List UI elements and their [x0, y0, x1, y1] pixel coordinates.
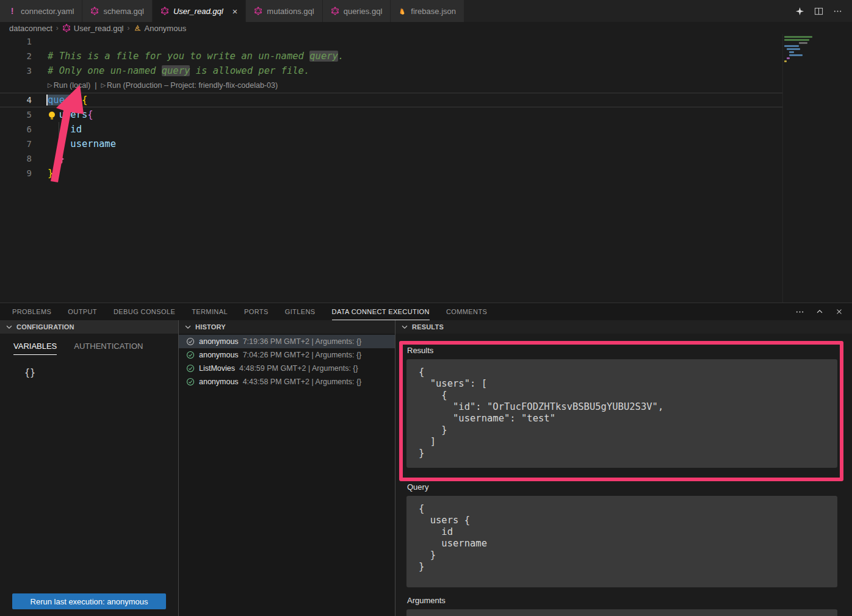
tab-label: connector.yaml	[21, 7, 74, 16]
tab-label: firebase.json	[411, 7, 456, 16]
breadcrumb-item-anonymous[interactable]: Anonymous	[134, 24, 187, 33]
panel-tab-data-connect-execution[interactable]: DATA CONNECT EXECUTION	[332, 303, 430, 320]
results-header[interactable]: RESULTS	[395, 320, 852, 334]
code-token: # This is a file for you to write an un-…	[48, 51, 309, 62]
close-icon[interactable]	[835, 307, 843, 316]
breadcrumb: dataconnect›User_read.gql›Anonymous	[0, 22, 852, 34]
run-icon: ▷	[48, 82, 52, 88]
code-token: users	[59, 109, 88, 120]
selected-word: query	[48, 95, 76, 106]
editor-line-3[interactable]: 3# Only one un-named query is allowed pe…	[0, 63, 783, 78]
chevron-down-icon	[400, 323, 409, 331]
code-token: {	[82, 95, 87, 106]
editor-tab-connector-yaml[interactable]: !connector.yaml	[0, 0, 82, 22]
panel-tab-ports[interactable]: PORTS	[244, 303, 269, 320]
history-item[interactable]: anonymous7:19:36 PM GMT+2 | Arguments: {…	[179, 335, 395, 348]
panel-tab-debug-console[interactable]: DEBUG CONSOLE	[114, 303, 175, 320]
line-number: 3	[0, 63, 32, 78]
history-item[interactable]: ListMovies4:48:59 PM GMT+2 | Arguments: …	[179, 362, 395, 375]
sparkle-icon[interactable]	[795, 7, 804, 16]
code-text: # Only one un-named query is allowed per…	[48, 63, 309, 78]
results-body: Results{ "users": [ { "id": "OrTucFODZHT…	[395, 334, 852, 616]
arguments-label: Arguments	[407, 596, 446, 605]
more-icon[interactable]	[795, 307, 804, 317]
variables-value[interactable]: {}	[24, 367, 178, 378]
history-item[interactable]: anonymous4:43:58 PM GMT+2 | Arguments: {…	[179, 375, 395, 389]
more-actions-icon[interactable]	[833, 7, 842, 16]
tab-label: queries.gql	[344, 7, 383, 16]
code-lens: ▷Run (local)|▷Run (Production – Project:…	[48, 78, 278, 93]
execution-name: ListMovies	[199, 364, 235, 373]
indent-guide	[59, 122, 59, 166]
editor-line-6[interactable]: 6 id	[0, 122, 783, 137]
code-token: }	[48, 168, 53, 179]
check-circle-icon	[186, 364, 195, 373]
query-code-box[interactable]: { users { id username } }	[406, 496, 837, 587]
breadcrumb-item-dataconnect[interactable]: dataconnect	[9, 24, 52, 33]
code-token: .	[338, 51, 344, 62]
code-token	[76, 95, 82, 106]
editor-line-2[interactable]: 2# This is a file for you to write an un…	[0, 49, 783, 63]
editor-tab-bar: !connector.yamlschema.gqlUser_read.gql×m…	[0, 0, 852, 22]
editor-tab-mutations-gql[interactable]: mutations.gql	[246, 0, 322, 22]
execution-meta: 4:43:58 PM GMT+2 | Arguments: {}	[243, 378, 362, 386]
panel-tab-gitlens[interactable]: GITLENS	[285, 303, 316, 320]
close-tab-icon[interactable]: ×	[233, 7, 238, 16]
line-number: 7	[0, 137, 32, 151]
results-code-box[interactable]: { "users": [ { "id": "OrTucFODZHTksvBSBU…	[406, 359, 837, 468]
config-tab-authentication[interactable]: AUTHENTICATION	[74, 342, 143, 355]
minimap-line	[787, 48, 800, 50]
split-editor-icon[interactable]	[814, 7, 823, 16]
code-lens-separator: |	[95, 81, 96, 90]
code-token: }	[59, 153, 65, 164]
bottom-panel: PROBLEMSOUTPUTDEBUG CONSOLETERMINALPORTS…	[0, 303, 852, 616]
query-label: Query	[407, 482, 428, 492]
breadcrumb-item-user-read-gql[interactable]: User_read.gql	[62, 24, 124, 33]
code-token: # Only one un-named	[48, 65, 162, 76]
code-token	[48, 109, 59, 120]
panel-tab-terminal[interactable]: TERMINAL	[192, 303, 228, 320]
configuration-tabs: VARIABLESAUTHENTICATION	[0, 334, 178, 355]
line-number: 2	[0, 49, 32, 63]
check-circle-icon	[186, 337, 195, 346]
panel-tab-comments[interactable]: COMMENTS	[446, 303, 487, 320]
run-local-link[interactable]: ▷Run (local)	[48, 81, 90, 90]
minimap[interactable]	[783, 34, 852, 303]
rerun-button[interactable]: Rerun last execution: anonymous	[12, 593, 166, 609]
panel-tab-output[interactable]: OUTPUT	[68, 303, 97, 320]
editor-line-1[interactable]: 1	[0, 34, 783, 49]
code-text: query {	[48, 93, 87, 107]
history-header[interactable]: HISTORY	[179, 320, 395, 334]
editor-tab-firebase-json[interactable]: firebase.json	[391, 0, 464, 22]
check-circle-icon	[186, 351, 195, 359]
vscode-window: !connector.yamlschema.gqlUser_read.gql×m…	[0, 0, 852, 616]
arguments-code-box[interactable]: {}	[406, 609, 837, 616]
minimap-line	[789, 54, 803, 56]
editor-line-8[interactable]: 8 }	[0, 151, 783, 166]
arguments-code: {}	[406, 609, 837, 616]
tab-label: User_read.gql	[173, 7, 223, 16]
code-editor[interactable]: 12# This is a file for you to write an u…	[0, 34, 852, 303]
maximize-panel-icon[interactable]	[815, 307, 824, 316]
breadcrumb-separator: ›	[56, 24, 59, 32]
editor-line-4[interactable]: 4query {	[0, 93, 783, 107]
chevron-down-icon	[5, 323, 13, 331]
configuration-header[interactable]: CONFIGURATION	[0, 320, 178, 334]
graphql-icon	[331, 7, 339, 15]
results-title: RESULTS	[412, 323, 444, 331]
minimap-line	[787, 57, 790, 59]
editor-tab-schema-gql[interactable]: schema.gql	[82, 0, 152, 22]
execution-name: anonymous	[199, 337, 239, 346]
editor-tab-queries-gql[interactable]: queries.gql	[323, 0, 391, 22]
run-production-link[interactable]: ▷Run (Production – Project: friendly-fli…	[101, 81, 278, 90]
history-item[interactable]: anonymous7:04:26 PM GMT+2 | Arguments: {…	[179, 348, 395, 362]
editor-tab-user-read-gql[interactable]: User_read.gql×	[153, 0, 246, 22]
history-list: anonymous7:19:36 PM GMT+2 | Arguments: {…	[179, 335, 395, 389]
editor-line-7[interactable]: 7 username	[0, 137, 783, 151]
panel-tab-problems[interactable]: PROBLEMS	[12, 303, 51, 320]
editor-line-9[interactable]: 9}	[0, 166, 783, 181]
chevron-down-icon	[184, 323, 192, 331]
results-code: { "users": [ { "id": "OrTucFODZHTksvBSBU…	[406, 359, 837, 459]
editor-line-5[interactable]: 5 users{	[0, 107, 783, 122]
config-tab-variables[interactable]: VARIABLES	[13, 342, 57, 355]
